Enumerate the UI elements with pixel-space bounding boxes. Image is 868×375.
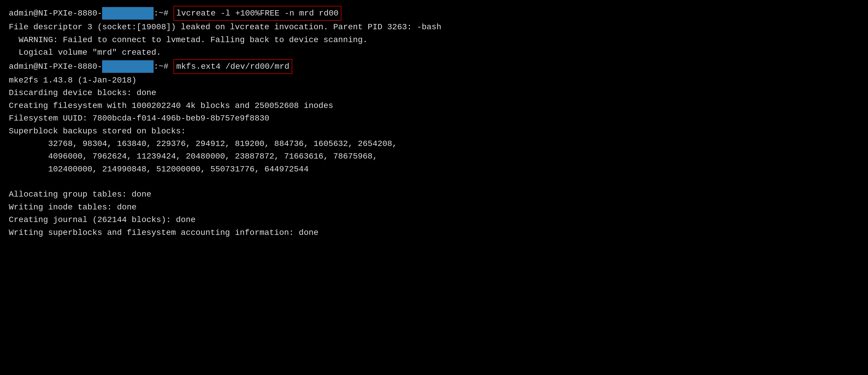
output-line-3: Logical volume "mrd" created. <box>9 46 859 59</box>
prompt-user-1: admin@NI-PXIe-8880- <box>9 7 102 20</box>
hostname-highlight-2 <box>102 60 154 73</box>
output-line-8: Superblock backups stored on blocks: <box>9 125 859 137</box>
hostname-highlight-1 <box>102 7 154 20</box>
prompt-user-2: admin@NI-PXIe-8880- <box>9 60 102 73</box>
output-line-13: Writing inode tables: done <box>9 201 859 214</box>
output-line-14: Creating journal (262144 blocks): done <box>9 214 859 226</box>
output-line-11: 102400000, 214990848, 512000000, 5507317… <box>9 163 859 176</box>
prompt-line-2: admin@NI-PXIe-8880- :~# mkfs.ext4 /dev/r… <box>9 59 859 74</box>
output-line-7: Filesystem UUID: 7800bcda-f014-496b-beb9… <box>9 112 859 125</box>
output-line-12: Allocating group tables: done <box>9 188 859 201</box>
prompt-suffix-2: :~# <box>154 60 173 73</box>
command-2: mkfs.ext4 /dev/rd00/mrd <box>174 59 292 74</box>
prompt-line-1: admin@NI-PXIe-8880- :~# lvcreate -l +100… <box>9 6 859 21</box>
terminal-window: admin@NI-PXIe-8880- :~# lvcreate -l +100… <box>9 6 859 239</box>
output-line-2: WARNING: Failed to connect to lvmetad. F… <box>9 34 859 46</box>
output-line-6: Creating filesystem with 1000202240 4k b… <box>9 99 859 112</box>
output-line-1: File descriptor 3 (socket:[19008]) leake… <box>9 21 859 33</box>
command-1: lvcreate -l +100%FREE -n mrd rd00 <box>174 6 342 21</box>
blank-line-1 <box>9 176 859 188</box>
output-line-4: mke2fs 1.43.8 (1-Jan-2018) <box>9 74 859 87</box>
output-line-5: Discarding device blocks: done <box>9 87 859 99</box>
prompt-suffix-1: :~# <box>154 7 173 20</box>
output-line-9: 32768, 98304, 163840, 229376, 294912, 81… <box>9 137 859 150</box>
output-line-10: 4096000, 7962624, 11239424, 20480000, 23… <box>9 150 859 163</box>
output-line-15: Writing superblocks and filesystem accou… <box>9 226 859 239</box>
